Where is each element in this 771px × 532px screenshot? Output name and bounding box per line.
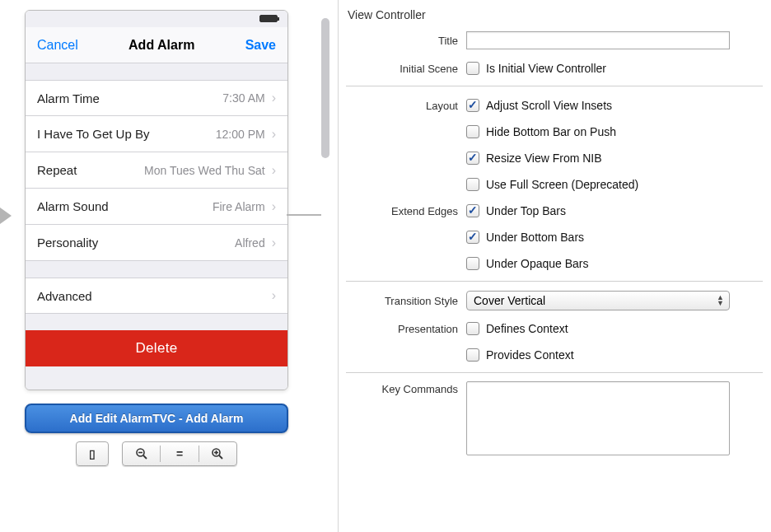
row-value: 7:30 AM xyxy=(100,91,272,105)
layout-label: Layout xyxy=(346,100,466,112)
row-value: 12:00 PM xyxy=(149,128,271,141)
section-header: View Controller xyxy=(348,8,763,21)
selection-badge[interactable]: Add Edit AlarmTVC - Add Alarm xyxy=(25,404,288,433)
title-label: Title xyxy=(346,35,466,47)
presentation-cb-label-0: Defines Context xyxy=(486,322,568,335)
save-button[interactable]: Save xyxy=(245,38,276,53)
scroll-indicator[interactable] xyxy=(321,18,329,158)
row-get-up-by[interactable]: I Have To Get Up By 12:00 PM › xyxy=(26,116,287,152)
initial-scene-checkbox[interactable] xyxy=(466,62,479,75)
layout-cb-label-3: Use Full Screen (Deprecated) xyxy=(486,178,638,191)
extend-checkbox-0[interactable] xyxy=(466,204,479,217)
constraints-icon: ▯ xyxy=(89,447,96,460)
row-value: Alfred xyxy=(98,236,271,250)
chevron-right-icon: › xyxy=(272,236,276,250)
zoom-group: = xyxy=(122,441,237,466)
initial-scene-cb-label: Is Initial View Controller xyxy=(486,62,606,75)
layout-cb-label-0: Adjust Scroll View Insets xyxy=(486,99,612,112)
zoom-actual-icon: = xyxy=(176,447,183,460)
phone-preview: Cancel Add Alarm Save Alarm Time 7:30 AM… xyxy=(25,10,288,390)
extend-cb-label-1: Under Bottom Bars xyxy=(486,231,584,244)
chevron-right-icon: › xyxy=(272,199,276,214)
segue-arrow-icon xyxy=(0,208,12,224)
zoom-actual-button[interactable]: = xyxy=(161,447,198,460)
pane-divider xyxy=(338,0,339,532)
zoom-out-button[interactable] xyxy=(123,447,160,460)
transition-style-value: Cover Vertical xyxy=(474,294,545,307)
selection-connector xyxy=(287,214,321,216)
presentation-label: Presentation xyxy=(346,323,466,335)
battery-icon xyxy=(259,15,278,22)
layout-checkbox-0[interactable] xyxy=(466,99,479,112)
extend-cb-label-0: Under Top Bars xyxy=(486,204,566,217)
svg-line-1 xyxy=(143,455,147,459)
presentation-cb-label-1: Provides Context xyxy=(486,348,574,362)
extend-edges-label: Extend Edges xyxy=(346,205,466,217)
layout-cb-label-2: Resize View From NIB xyxy=(486,152,602,165)
layout-cb-label-1: Hide Bottom Bar on Push xyxy=(486,125,616,138)
row-value: Fire Alarm xyxy=(109,200,272,213)
svg-line-4 xyxy=(219,455,222,459)
row-label: Personality xyxy=(37,236,98,250)
zoom-in-icon xyxy=(211,447,224,460)
inspector-panel: View Controller Title Initial Scene Is I… xyxy=(321,0,771,532)
row-repeat[interactable]: Repeat Mon Tues Wed Thu Sat › xyxy=(26,152,287,189)
row-label: Advanced xyxy=(37,289,92,303)
zoom-in-button[interactable] xyxy=(199,447,236,460)
layout-checkbox-1[interactable] xyxy=(466,125,479,138)
layout-checkbox-2[interactable] xyxy=(466,152,479,165)
row-alarm-sound[interactable]: Alarm Sound Fire Alarm › xyxy=(26,189,287,225)
transition-style-select[interactable]: Cover Vertical ▲▼ xyxy=(466,291,730,310)
presentation-checkbox-0[interactable] xyxy=(466,322,479,335)
row-label: I Have To Get Up By xyxy=(37,127,149,141)
transition-style-label: Transition Style xyxy=(346,295,466,307)
row-label: Alarm Sound xyxy=(37,199,109,213)
select-arrows-icon: ▲▼ xyxy=(717,295,724,306)
status-bar xyxy=(26,11,287,27)
constraints-button[interactable]: ▯ xyxy=(76,441,109,466)
presentation-checkbox-1[interactable] xyxy=(466,348,479,362)
delete-button[interactable]: Delete xyxy=(26,330,287,366)
row-label: Alarm Time xyxy=(37,91,100,105)
chevron-right-icon: › xyxy=(272,127,276,142)
initial-scene-label: Initial Scene xyxy=(346,63,466,75)
row-value: Mon Tues Wed Thu Sat xyxy=(77,164,271,177)
extend-checkbox-2[interactable] xyxy=(466,257,479,270)
row-personality[interactable]: Personality Alfred › xyxy=(26,225,287,261)
chevron-right-icon: › xyxy=(272,91,276,105)
cancel-button[interactable]: Cancel xyxy=(37,38,78,53)
row-alarm-time[interactable]: Alarm Time 7:30 AM › xyxy=(26,80,287,116)
extend-checkbox-1[interactable] xyxy=(466,231,479,244)
key-commands-label: Key Commands xyxy=(346,381,466,395)
title-input[interactable] xyxy=(466,31,730,49)
nav-bar: Cancel Add Alarm Save xyxy=(26,27,287,63)
zoom-out-icon xyxy=(135,447,148,460)
canvas-toolbar: ▯ = xyxy=(25,441,288,466)
key-commands-box[interactable] xyxy=(466,381,730,455)
extend-cb-label-2: Under Opaque Bars xyxy=(486,257,589,270)
chevron-right-icon: › xyxy=(272,288,276,303)
row-advanced[interactable]: Advanced › xyxy=(26,278,287,314)
chevron-right-icon: › xyxy=(272,163,276,178)
row-label: Repeat xyxy=(37,163,77,177)
layout-checkbox-3[interactable] xyxy=(466,178,479,191)
nav-title: Add Alarm xyxy=(128,38,194,53)
